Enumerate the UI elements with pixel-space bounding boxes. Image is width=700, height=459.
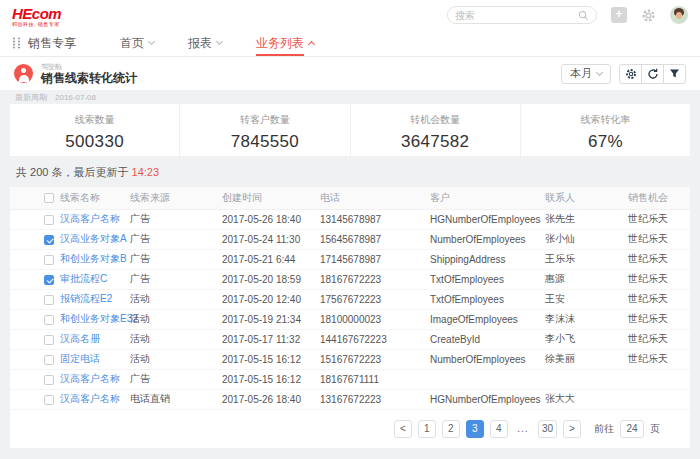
user-avatar[interactable] [670, 6, 688, 24]
cell-phone: 13145678987 [320, 209, 430, 229]
row-checkbox[interactable] [44, 215, 54, 225]
cell-contact: 张先生 [545, 209, 628, 229]
lead-name-link[interactable]: 固定电话 [60, 353, 100, 364]
stat-conversion-rate: 线索转化率 67% [520, 104, 690, 156]
cell-contact: 李沫沫 [545, 309, 628, 329]
cell-customer: HGNumberOfEmployees [430, 389, 545, 409]
search-box[interactable] [447, 6, 597, 24]
cell-checkbox [10, 389, 60, 409]
cell-lead-name: 汉高名册 [60, 329, 130, 349]
list-meta: 共 200 条，最后更新于 14:23 [0, 156, 700, 187]
row-checkbox[interactable] [44, 255, 54, 265]
settings-button[interactable] [641, 8, 656, 23]
logo-tagline: 和创科技, 销售专家 [12, 22, 61, 27]
search-input[interactable] [455, 10, 578, 21]
page-suffix-label: 页 [650, 422, 660, 436]
cell-phone: 13167672223 [320, 389, 430, 409]
row-checkbox[interactable] [44, 395, 54, 405]
row-checkbox[interactable] [44, 275, 54, 285]
cell-customer: TxtOfEmployees [430, 289, 545, 309]
add-button[interactable]: + [611, 7, 627, 23]
cell-lead-source: 广告 [130, 209, 222, 229]
cell-checkbox [10, 209, 60, 229]
cell-checkbox [10, 289, 60, 309]
lead-name-link[interactable]: 汉高名册 [60, 333, 100, 344]
select-all-checkbox[interactable] [44, 193, 54, 203]
row-checkbox[interactable] [44, 375, 54, 385]
latest-label: 最新周期 [15, 92, 47, 103]
goto-page-input[interactable] [620, 420, 644, 438]
cell-created-time: 2017-05-15 16:12 [222, 349, 320, 369]
column-contact: 联系人 [545, 187, 628, 209]
lead-name-link[interactable]: 报销流程E2 [60, 293, 112, 304]
pagination-next-button[interactable]: > [563, 420, 581, 438]
cell-customer [430, 369, 545, 389]
cell-opportunity: 世纪乐天 [628, 209, 690, 229]
search-icon[interactable] [578, 10, 589, 21]
stat-label: 线索转化率 [521, 113, 690, 127]
row-checkbox[interactable] [44, 335, 54, 345]
lead-name-link[interactable]: 和创业务对象E32 [60, 313, 138, 324]
tab-home[interactable]: 首页 [120, 30, 154, 56]
pagination-prev-button[interactable]: < [394, 420, 412, 438]
pagination: < 1234...30 > 前往 页 [10, 410, 690, 448]
row-checkbox[interactable] [44, 315, 54, 325]
nav-bar: 销售专享 首页 报表 业务列表 [0, 30, 700, 57]
tab-reports-label: 报表 [188, 35, 212, 52]
cell-phone: 17145678987 [320, 249, 430, 269]
header-checkbox-cell [10, 187, 60, 209]
cell-opportunity: 世纪乐天 [628, 329, 690, 349]
cell-customer: NumberOfEmployees [430, 349, 545, 369]
cell-lead-name: 报销流程E2 [60, 289, 130, 309]
column-customer: 客户 [430, 187, 545, 209]
stat-label: 转客户数量 [180, 113, 349, 127]
refresh-button[interactable] [641, 64, 664, 84]
plus-icon: + [611, 7, 627, 23]
app-header: HEcom 和创科技, 销售专家 + [0, 0, 700, 30]
stat-value: 7845550 [180, 132, 349, 152]
pagination-page-30[interactable]: 30 [538, 420, 557, 438]
row-checkbox[interactable] [44, 355, 54, 365]
lead-name-link[interactable]: 和创业务对象B [60, 253, 127, 264]
cell-opportunity: 世纪乐天 [628, 269, 690, 289]
cell-created-time: 2017-05-26 18:40 [222, 389, 320, 409]
cell-lead-source: 广告 [130, 249, 222, 269]
pagination-page-3[interactable]: 3 [466, 420, 484, 438]
table-body: 汉高客户名称 广告 2017-05-26 18:40 13145678987 H… [10, 209, 690, 409]
pagination-page-4[interactable]: 4 [490, 420, 508, 438]
row-checkbox[interactable] [44, 295, 54, 305]
tab-business-list[interactable]: 业务列表 [256, 30, 314, 56]
cell-created-time: 2017-05-17 11:32 [222, 329, 320, 349]
lead-name-link[interactable]: 审批流程C [60, 273, 107, 284]
refresh-icon [647, 68, 659, 80]
apps-grid-icon[interactable] [12, 37, 21, 49]
cell-lead-source: 活动 [130, 329, 222, 349]
cell-opportunity: 世纪乐天 [628, 349, 690, 369]
latest-bar: 最新周期 2016-07-08 [0, 90, 700, 104]
cell-lead-source: 电话直销 [130, 389, 222, 409]
total-count-text: 共 200 条，最后更新于 [16, 166, 132, 178]
table-row: 报销流程E2 活动 2017-05-20 12:40 17567672223 T… [10, 289, 690, 309]
period-select-value: 本月 [570, 66, 592, 81]
lead-name-link[interactable]: 汉高客户名称 [60, 393, 120, 404]
row-checkbox[interactable] [44, 235, 54, 245]
filter-button[interactable] [663, 64, 686, 84]
chevron-down-icon [596, 68, 603, 75]
pagination-more[interactable]: ... [514, 420, 532, 438]
pagination-page-2[interactable]: 2 [442, 420, 460, 438]
stat-label: 转机会数量 [351, 113, 520, 127]
lead-name-link[interactable]: 汉高业务对象A [60, 233, 127, 244]
lead-name-link[interactable]: 汉高客户名称 [60, 373, 120, 384]
cell-lead-name: 审批流程C [60, 269, 130, 289]
pagination-page-1[interactable]: 1 [418, 420, 436, 438]
cell-phone: 15167672223 [320, 349, 430, 369]
period-select[interactable]: 本月 [561, 64, 611, 84]
tab-reports[interactable]: 报表 [188, 30, 222, 56]
table-row: 汉高名册 活动 2017-05-17 11:32 144167672223 Cr… [10, 329, 690, 349]
cell-contact: 徐美丽 [545, 349, 628, 369]
toolbar [619, 64, 686, 84]
table-row: 汉高客户名称 广告 2017-05-26 18:40 13145678987 H… [10, 209, 690, 229]
settings-button[interactable] [619, 64, 642, 84]
lead-name-link[interactable]: 汉高客户名称 [60, 213, 120, 224]
cell-contact: 张小仙 [545, 229, 628, 249]
